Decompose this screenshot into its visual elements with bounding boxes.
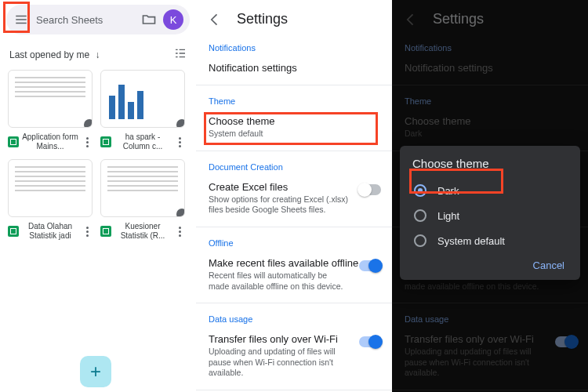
sheets-home-panel: Search Sheets K Last opened by me ↓ Appl… [0, 0, 196, 392]
sheets-icon [8, 136, 19, 147]
shared-badge-icon [82, 118, 93, 128]
theme-option-system[interactable]: System default [412, 228, 568, 253]
sheets-icon [100, 226, 111, 237]
setting-wifi[interactable]: Transfer files only over Wi-FiUploading … [196, 327, 392, 387]
new-file-fab[interactable]: + [80, 356, 111, 387]
more-icon[interactable] [82, 227, 93, 237]
file-card[interactable]: Application form Mains... [8, 70, 93, 151]
settings-panel-dark: Settings Notifications Notification sett… [392, 0, 588, 392]
cancel-button[interactable]: Cancel [533, 260, 564, 271]
file-card[interactable]: Data Olahan Statistik jadi [8, 159, 93, 241]
radio-icon [414, 184, 426, 197]
sheets-icon [100, 136, 111, 147]
search-placeholder[interactable]: Search Sheets [36, 14, 135, 26]
more-icon[interactable] [82, 137, 93, 147]
back-arrow-icon[interactable] [207, 12, 223, 27]
search-bar[interactable]: Search Sheets K [6, 5, 190, 34]
choose-theme-dialog: Choose theme Dark Light System default C… [400, 146, 580, 280]
dialog-title: Choose theme [412, 157, 568, 170]
theme-option-dark[interactable]: Dark [412, 178, 568, 203]
theme-option-light[interactable]: Light [412, 203, 568, 228]
toggle-wifi[interactable] [359, 336, 381, 347]
radio-icon [414, 209, 426, 222]
file-grid: Application form Mains... ha spark - Col… [0, 67, 196, 244]
setting-offline[interactable]: Make recent files available offlineRecen… [196, 251, 392, 299]
setting-choose-theme[interactable]: Choose themeSystem default [196, 109, 392, 147]
avatar[interactable]: K [163, 9, 183, 30]
section-label: Offline [196, 230, 392, 251]
section-label: Document Creation [196, 154, 392, 175]
more-icon[interactable] [174, 137, 185, 147]
shared-badge-icon [175, 207, 185, 217]
section-label: Data usage [196, 307, 392, 327]
sort-row: Last opened by me ↓ [0, 39, 196, 67]
setting-excel[interactable]: Create Excel filesShow options for creat… [196, 175, 392, 223]
file-card[interactable]: ha spark - Column c... [100, 70, 185, 151]
section-label: Notifications [196, 35, 392, 56]
shared-badge-icon [175, 118, 185, 128]
page-title: Settings [237, 11, 288, 27]
folder-icon[interactable] [141, 12, 157, 27]
setting-notification[interactable]: Notification settings [196, 56, 392, 82]
more-icon[interactable] [174, 227, 185, 237]
file-card[interactable]: Kuesioner Statistik (R... [100, 159, 185, 241]
sort-dropdown[interactable]: Last opened by me ↓ [9, 49, 100, 60]
toggle-excel[interactable] [359, 184, 381, 195]
settings-panel-light: Settings Notifications Notification sett… [196, 0, 392, 392]
section-label: Theme [196, 89, 392, 109]
radio-icon [414, 234, 426, 247]
view-toggle-icon[interactable] [174, 47, 187, 62]
hamburger-menu-icon[interactable] [13, 11, 30, 28]
sheets-icon [8, 226, 19, 237]
settings-header: Settings [196, 0, 392, 35]
toggle-offline[interactable] [359, 260, 381, 271]
